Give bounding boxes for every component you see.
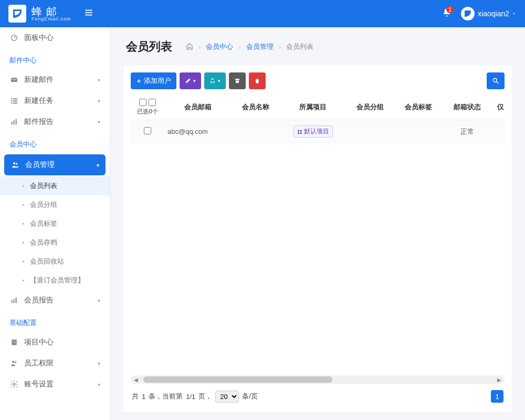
chevron-down-icon: ▾ xyxy=(97,162,99,168)
sidebar-item-label: 新建任务 xyxy=(24,96,54,106)
svg-rect-7 xyxy=(11,100,13,101)
list-icon xyxy=(9,97,19,105)
sidebar-item-label: 新建邮件 xyxy=(24,75,54,85)
chevron-down-icon: ▾ xyxy=(98,119,100,125)
page-size-select[interactable]: 20 xyxy=(215,391,239,403)
svg-rect-31 xyxy=(298,130,299,131)
archive-button[interactable] xyxy=(229,72,246,89)
delete-button[interactable] xyxy=(249,72,266,89)
member-table: 已选0个 会员邮箱 会员名称 所属项目 会员分组 会员标签 邮箱状态 仅 操作 xyxy=(131,94,505,143)
chevron-down-icon: ▾ xyxy=(98,77,100,83)
chevron-down-icon: ▾ xyxy=(98,361,100,366)
project-tag[interactable]: 默认项目 xyxy=(293,125,333,138)
scroll-right-icon[interactable]: ▶ xyxy=(495,375,503,384)
sidebar-sub-member-list[interactable]: 会员列表 xyxy=(0,176,110,195)
sidebar-item-project[interactable]: 项目中心 xyxy=(0,332,110,353)
col-project: 所属项目 xyxy=(280,94,345,120)
sidebar-sub-member-group[interactable]: 会员分组 xyxy=(0,195,110,214)
sidebar-item-label: 邮件报告 xyxy=(24,117,54,127)
svg-rect-12 xyxy=(14,120,15,124)
svg-rect-9 xyxy=(11,102,13,103)
svg-rect-27 xyxy=(235,79,239,80)
sidebar-item-member-manage[interactable]: 会员管理 ▾ xyxy=(4,154,106,175)
scroll-left-icon[interactable]: ◀ xyxy=(132,375,140,384)
brand-text: 蜂 邮 FengEmail.com xyxy=(32,6,71,22)
sidebar-item-label: 会员报告 xyxy=(24,296,54,305)
cell-group xyxy=(346,120,394,143)
chevron-down-icon: ▾ xyxy=(98,382,100,387)
svg-rect-32 xyxy=(300,130,301,131)
scrollbar-thumb[interactable] xyxy=(143,376,332,383)
sidebar-sub-unsubscribe[interactable]: 【退订会员管理】 xyxy=(0,271,110,290)
row-checkbox[interactable] xyxy=(144,127,151,134)
svg-rect-28 xyxy=(236,81,239,83)
svg-rect-6 xyxy=(13,98,17,99)
page-number-button[interactable]: 1 xyxy=(491,390,503,403)
svg-rect-10 xyxy=(13,102,17,103)
sidebar: 面板中心 邮件中心 新建邮件 ▾ 新建任务 ▾ 邮件报告 ▾ 会员中心 会员管理… xyxy=(0,27,110,420)
users-icon xyxy=(9,359,19,368)
sidebar-sub-member-tag[interactable]: 会员标签 xyxy=(0,214,110,233)
hamburger-menu-icon[interactable] xyxy=(84,8,93,19)
svg-point-15 xyxy=(16,163,17,164)
col-tag: 会员标签 xyxy=(394,94,443,120)
svg-rect-16 xyxy=(12,300,13,303)
svg-rect-20 xyxy=(13,341,13,341)
selected-count: 已选0个 xyxy=(137,108,158,116)
page-header: 会员列表 › 会员中心 › 会员管理 › 会员列表 xyxy=(110,27,525,65)
breadcrumb-current: 会员列表 xyxy=(286,42,313,51)
select-all-checkbox[interactable] xyxy=(139,99,146,106)
breadcrumb-link[interactable]: 会员中心 xyxy=(206,42,233,51)
recycle-button[interactable]: ▾ xyxy=(204,72,226,89)
table-row: abc@qq.com 默认项目 正常 xyxy=(131,120,505,143)
svg-rect-33 xyxy=(298,132,299,134)
sidebar-item-member-report[interactable]: 会员报告 ▾ xyxy=(0,290,110,311)
svg-rect-11 xyxy=(12,122,13,124)
svg-rect-13 xyxy=(16,119,17,125)
breadcrumb: › 会员中心 › 会员管理 › 会员列表 xyxy=(186,42,313,51)
svg-point-14 xyxy=(13,162,15,164)
col-status: 邮箱状态 xyxy=(443,94,491,120)
notification-badge: 1 xyxy=(446,6,454,13)
sidebar-section-base: 基础配置 xyxy=(0,311,110,332)
sidebar-item-new-task[interactable]: 新建任务 ▾ xyxy=(0,90,110,111)
sidebar-sub-member-archive[interactable]: 会员存档 xyxy=(0,233,110,252)
svg-point-24 xyxy=(12,361,14,363)
sidebar-section-mail: 邮件中心 xyxy=(0,48,110,69)
svg-rect-5 xyxy=(11,98,13,99)
svg-rect-4 xyxy=(11,78,17,82)
sidebar-section-member: 会员中心 xyxy=(0,132,110,153)
svg-rect-8 xyxy=(13,100,17,101)
cell-tag xyxy=(394,120,443,143)
svg-rect-21 xyxy=(15,341,15,341)
toolbar: 添加用户 ▾ ▾ xyxy=(131,72,505,89)
add-user-button[interactable]: 添加用户 xyxy=(131,72,176,89)
sidebar-item-new-mail[interactable]: 新建邮件 ▾ xyxy=(0,69,110,90)
sidebar-item-account[interactable]: 账号设置 ▾ xyxy=(0,374,110,395)
building-icon xyxy=(9,338,19,346)
cell-email: abc@qq.com xyxy=(164,120,232,143)
breadcrumb-link[interactable]: 会员管理 xyxy=(246,42,274,51)
search-button[interactable] xyxy=(487,72,505,89)
sidebar-sub-member-recycle[interactable]: 会员回收站 xyxy=(0,252,110,271)
svg-rect-19 xyxy=(12,340,16,345)
home-icon[interactable] xyxy=(186,43,193,51)
user-menu[interactable]: xiaoqian2 xyxy=(461,7,517,20)
col-email: 会员邮箱 xyxy=(164,94,232,120)
sidebar-item-dashboard[interactable]: 面板中心 xyxy=(0,27,110,48)
users-icon xyxy=(10,161,20,169)
sidebar-item-mail-report[interactable]: 邮件报告 ▾ xyxy=(0,111,110,132)
svg-point-29 xyxy=(493,78,497,82)
select-page-checkbox[interactable] xyxy=(149,99,156,106)
chevron-down-icon: ▾ xyxy=(98,298,100,303)
sidebar-item-label: 账号设置 xyxy=(24,380,54,389)
horizontal-scrollbar[interactable]: ◀ ▶ xyxy=(131,375,505,384)
sidebar-item-label: 会员管理 xyxy=(25,160,55,170)
cell-name xyxy=(232,120,280,143)
edit-button[interactable]: ▾ xyxy=(180,72,201,89)
logo[interactable] xyxy=(8,5,26,23)
envelope-icon xyxy=(9,76,19,84)
sidebar-item-staff[interactable]: 员工权限 ▾ xyxy=(0,353,110,374)
gear-icon xyxy=(9,380,19,388)
notification-bell[interactable]: 1 xyxy=(442,8,452,19)
